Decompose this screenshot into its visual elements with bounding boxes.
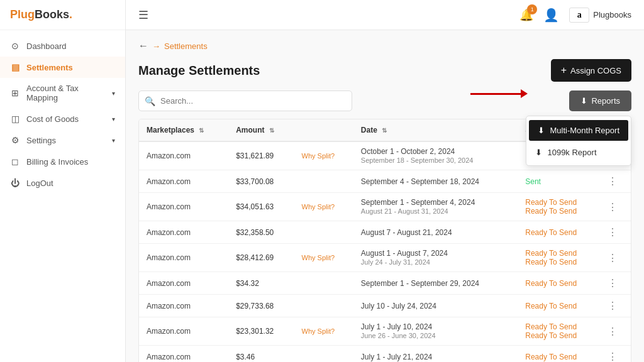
sidebar-nav: ⊙ Dashboard ▤ Settlements ⊞ Account & Ta…: [0, 30, 125, 362]
amount-cell: $31,621.89: [228, 141, 294, 170]
logo: PlugBooks.: [10, 8, 72, 21]
sort-icon: ⇅: [382, 127, 387, 134]
status-cell: Ready To Send: [518, 295, 599, 317]
breadcrumb-arrow: →: [152, 41, 160, 51]
more-options-icon[interactable]: ⋮: [608, 326, 618, 337]
actions-cell[interactable]: ⋮: [600, 346, 631, 363]
actions-cell[interactable]: ⋮: [600, 317, 631, 346]
sidebar-item-label: LogOut: [26, 178, 115, 188]
date-cell: September 1 - September 29, 2024: [353, 272, 518, 295]
why-split-cell[interactable]: Why Split?: [294, 244, 353, 272]
sidebar: PlugBooks. ⊙ Dashboard ▤ Settlements ⊞ A…: [0, 0, 126, 362]
back-icon[interactable]: ←: [138, 40, 148, 52]
multi-month-report-item[interactable]: ⬇ Multi-Month Report: [529, 120, 628, 141]
chevron-down-icon: ▾: [112, 90, 115, 97]
marketplace-cell: Amazon.com: [139, 317, 228, 346]
actions-cell[interactable]: ⋮: [600, 295, 631, 317]
arrow-head: [521, 89, 528, 98]
sidebar-item-account-tax[interactable]: ⊞ Account & Tax Mapping ▾: [0, 78, 125, 108]
notification-button[interactable]: 🔔 1: [519, 8, 533, 22]
sidebar-item-cogs[interactable]: ◫ Cost of Goods ▾: [0, 108, 125, 129]
table-row: Amazon.com$29,733.68July 10 - July 24, 2…: [139, 295, 631, 317]
why-split-cell: [294, 170, 353, 193]
more-options-icon[interactable]: ⋮: [608, 227, 618, 238]
status-badge: Ready To Send: [525, 228, 577, 237]
table-row: Amazon.com$3.46July 1 - July 21, 2024Rea…: [139, 346, 631, 363]
date-cell: September 4 - September 18, 2024: [353, 170, 518, 193]
plus-icon: +: [561, 65, 567, 76]
why-split-link[interactable]: Why Split?: [302, 254, 335, 261]
more-options-icon[interactable]: ⋮: [608, 351, 618, 362]
more-options-icon[interactable]: ⋮: [608, 300, 618, 311]
col-marketplaces[interactable]: Marketplaces ⇅: [139, 119, 228, 141]
actions-cell[interactable]: ⋮: [600, 170, 631, 193]
why-split-link[interactable]: Why Split?: [302, 327, 335, 335]
more-options-icon[interactable]: ⋮: [608, 253, 618, 263]
table-row: Amazon.com$33,700.08September 4 - Septem…: [139, 170, 631, 193]
table-row: Amazon.com$28,412.69Why Split?August 1 -…: [139, 244, 631, 272]
date-cell: July 1 - July 21, 2024: [353, 346, 518, 363]
table-row: Amazon.com$32,358.50August 7 - August 21…: [139, 221, 631, 244]
why-split-link[interactable]: Why Split?: [302, 152, 335, 160]
col-amount[interactable]: Amount ⇅: [228, 119, 294, 141]
multi-month-label: Multi-Month Report: [550, 126, 619, 135]
table-row: Amazon.com$34.32September 1 - September …: [139, 272, 631, 295]
why-split-cell: [294, 272, 353, 295]
amount-cell: $28,412.69: [228, 244, 294, 272]
why-split-cell[interactable]: Why Split?: [294, 141, 353, 170]
why-split-link[interactable]: Why Split?: [302, 203, 335, 211]
table-row: Amazon.com$23,301.32Why Split?July 1 - J…: [139, 317, 631, 346]
reports-label: Reports: [591, 96, 620, 106]
account-tax-icon: ⊞: [10, 88, 20, 98]
amazon-letter: a: [577, 10, 582, 20]
page-title: Manage Settlements: [138, 63, 260, 78]
more-options-icon[interactable]: ⋮: [608, 278, 618, 288]
download-icon: ⬇: [538, 126, 545, 135]
1099k-label: 1099k Report: [547, 148, 596, 157]
status-cell: Ready To SendReady To Send: [518, 317, 599, 346]
sidebar-item-settlements[interactable]: ▤ Settlements: [0, 57, 125, 78]
dashboard-icon: ⊙: [10, 41, 20, 51]
more-options-icon[interactable]: ⋮: [608, 202, 618, 212]
logo-books: Books: [35, 8, 69, 21]
hamburger-icon[interactable]: ☰: [138, 8, 148, 22]
marketplace-cell: Amazon.com: [139, 272, 228, 295]
amount-cell: $33,700.08: [228, 170, 294, 193]
1099k-report-item[interactable]: ⬇ 1099k Report: [526, 142, 631, 163]
actions-cell[interactable]: ⋮: [600, 244, 631, 272]
actions-cell[interactable]: ⋮: [600, 193, 631, 221]
sort-icon: ⇅: [269, 127, 274, 134]
status-badge: Ready To Send: [525, 302, 577, 310]
marketplace-cell: Amazon.com: [139, 193, 228, 221]
status-cell: Ready To Send: [518, 346, 599, 363]
date-cell: July 10 - July 24, 2024: [353, 295, 518, 317]
why-split-cell[interactable]: Why Split?: [294, 193, 353, 221]
reports-button[interactable]: ⬇ Reports: [569, 90, 631, 111]
header-right: 🔔 1 👤 a Plugbooks: [519, 8, 631, 23]
status-cell: Ready To SendReady To Send: [518, 244, 599, 272]
col-date[interactable]: Date ⇅: [353, 119, 518, 141]
assign-cogs-button[interactable]: + Assign COGS: [551, 59, 631, 82]
sidebar-item-logout[interactable]: ⏻ LogOut: [0, 172, 125, 194]
why-split-cell[interactable]: Why Split?: [294, 317, 353, 346]
search-input[interactable]: [138, 90, 352, 111]
page-title-row: Manage Settlements + Assign COGS: [138, 59, 631, 82]
red-arrow-indicator: [470, 89, 528, 98]
user-icon[interactable]: 👤: [543, 8, 559, 23]
date-cell: August 1 - August 7, 2024July 24 - July …: [353, 244, 518, 272]
search-reports-row: 🔍 ⬇ Reports ⬇ Multi-Month Report ⬇ 1099: [138, 90, 631, 111]
actions-cell[interactable]: ⋮: [600, 221, 631, 244]
search-icon: 🔍: [145, 96, 155, 106]
status-badge: Ready To Send: [525, 322, 577, 331]
actions-cell[interactable]: ⋮: [600, 272, 631, 295]
sidebar-item-dashboard[interactable]: ⊙ Dashboard: [0, 35, 125, 57]
marketplace-cell: Amazon.com: [139, 295, 228, 317]
sidebar-item-settings[interactable]: ⚙ Settings ▾: [0, 129, 125, 151]
more-options-icon[interactable]: ⋮: [608, 176, 618, 187]
main-content: ☰ 🔔 1 👤 a Plugbooks ← → Settlements M: [126, 0, 644, 362]
status-badge: Ready To Send: [525, 331, 577, 340]
sidebar-item-billing[interactable]: ◻ Billing & Invoices: [0, 151, 125, 172]
header-left: ☰: [138, 8, 148, 22]
page-content: ← → Settlements Manage Settlements + Ass…: [126, 30, 644, 362]
date-cell: October 1 - October 2, 2024September 18 …: [353, 141, 518, 170]
